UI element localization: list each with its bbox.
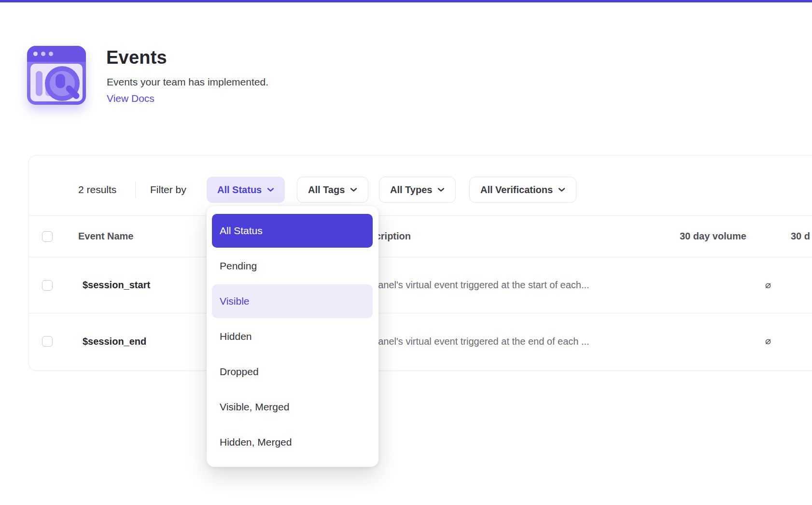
chevron-down-icon — [437, 187, 445, 192]
dropdown-item-visible-merged[interactable]: Visible, Merged — [212, 390, 373, 424]
events-app-icon — [27, 46, 86, 105]
filter-all-verifications-button[interactable]: All Verifications — [469, 177, 576, 203]
filter-all-types-label: All Types — [390, 184, 432, 196]
top-accent-bar — [0, 0, 812, 2]
column-header-30-day-clipped[interactable]: 30 d — [791, 216, 810, 257]
filter-toolbar: 2 results Filter by All Status All Tags … — [29, 155, 812, 215]
select-all-checkbox[interactable] — [42, 231, 53, 242]
view-docs-link[interactable]: View Docs — [107, 93, 154, 104]
dropdown-item-all-status[interactable]: All Status — [212, 214, 373, 248]
dropdown-item-hidden[interactable]: Hidden — [212, 320, 373, 353]
column-header-event-name[interactable]: Event Name — [78, 216, 134, 257]
browser-dot-icon — [49, 52, 53, 56]
filter-all-status-button[interactable]: All Status — [207, 177, 285, 203]
toolbar-divider — [135, 182, 136, 198]
results-count: 2 results — [78, 177, 116, 203]
event-30-day-volume: ∅ — [714, 313, 771, 369]
filter-all-status-label: All Status — [217, 184, 262, 196]
magnifier-lens — [56, 74, 65, 88]
event-description: Mixpanel's virtual event triggered at th… — [358, 313, 589, 369]
browser-window-top — [27, 46, 86, 62]
dropdown-item-pending[interactable]: Pending — [212, 249, 373, 283]
events-card: 2 results Filter by All Status All Tags … — [28, 155, 812, 371]
status-dropdown-menu: All Status Pending Visible Hidden Droppe… — [207, 206, 378, 467]
column-header-30-day-volume[interactable]: 30 day volume — [680, 216, 746, 257]
filter-all-tags-label: All Tags — [308, 184, 345, 196]
browser-dot-icon — [41, 52, 45, 56]
dropdown-item-visible[interactable]: Visible — [212, 284, 373, 318]
chevron-down-icon — [350, 187, 357, 192]
dropdown-item-dropped[interactable]: Dropped — [212, 355, 373, 389]
dropdown-item-hidden-merged[interactable]: Hidden, Merged — [212, 425, 373, 459]
page-title: Events — [106, 47, 167, 68]
row-checkbox[interactable] — [42, 336, 53, 347]
chevron-down-icon — [558, 187, 565, 192]
event-name[interactable]: $session_start — [83, 257, 150, 313]
browser-dot-icon — [33, 52, 38, 56]
browser-window-body — [30, 64, 83, 101]
bar-chart-icon — [36, 71, 42, 96]
row-checkbox[interactable] — [42, 280, 53, 291]
table-row[interactable]: $session_end Mixpanel's virtual event tr… — [29, 313, 812, 369]
filter-all-tags-button[interactable]: All Tags — [297, 177, 368, 203]
filter-all-verifications-label: All Verifications — [480, 184, 553, 196]
event-description: Mixpanel's virtual event triggered at th… — [358, 257, 589, 313]
filter-by-label: Filter by — [150, 177, 186, 203]
table-header-row: Event Name Description 30 day volume 30 … — [29, 215, 812, 257]
filter-all-types-button[interactable]: All Types — [379, 177, 456, 203]
chevron-down-icon — [267, 187, 274, 192]
page-subtitle: Events your team has implemented. — [107, 76, 268, 88]
event-name[interactable]: $session_end — [83, 313, 146, 369]
table-row[interactable]: $session_start Mixpanel's virtual event … — [29, 257, 812, 313]
event-30-day-volume: ∅ — [714, 257, 771, 313]
